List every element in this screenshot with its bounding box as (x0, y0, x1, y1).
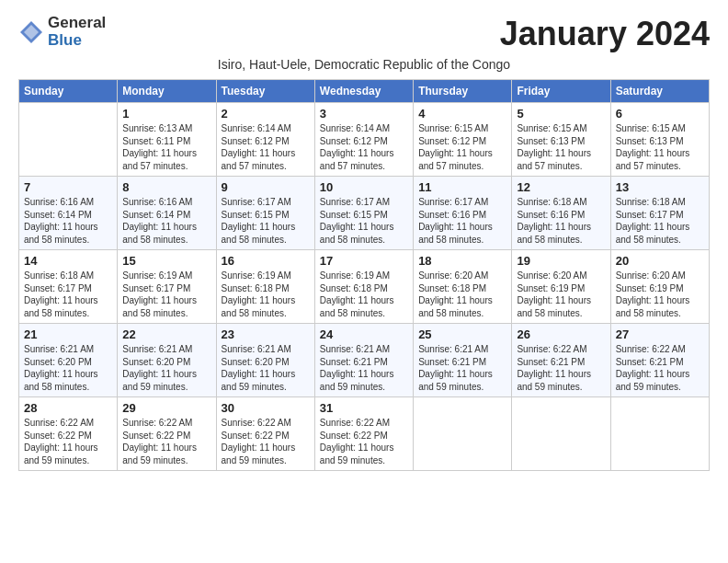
month-title: January 2024 (500, 15, 710, 53)
calendar-cell: 16 Sunrise: 6:19 AMSunset: 6:18 PMDaylig… (216, 250, 314, 324)
header-day-wednesday: Wednesday (314, 80, 413, 103)
calendar-cell: 27 Sunrise: 6:22 AMSunset: 6:21 PMDaylig… (610, 324, 709, 397)
day-number: 25 (418, 327, 506, 341)
header-day-monday: Monday (118, 80, 216, 103)
header-day-sunday: Sunday (19, 80, 118, 103)
calendar-cell: 11 Sunrise: 6:17 AMSunset: 6:16 PMDaylig… (414, 177, 512, 250)
day-number: 17 (320, 254, 408, 268)
cell-info: Sunrise: 6:14 AMSunset: 6:12 PMDaylight:… (320, 123, 394, 171)
calendar-cell: 31 Sunrise: 6:22 AMSunset: 6:22 PMDaylig… (314, 397, 413, 471)
cell-info: Sunrise: 6:20 AMSunset: 6:19 PMDaylight:… (517, 270, 591, 318)
day-number: 11 (418, 180, 506, 194)
calendar-week-row: 28 Sunrise: 6:22 AMSunset: 6:22 PMDaylig… (19, 397, 710, 471)
cell-info: Sunrise: 6:22 AMSunset: 6:22 PMDaylight:… (320, 418, 394, 465)
calendar-cell (610, 397, 709, 471)
logo: General Blue (18, 15, 106, 49)
calendar-cell: 25 Sunrise: 6:21 AMSunset: 6:21 PMDaylig… (414, 324, 512, 397)
calendar-week-row: 21 Sunrise: 6:21 AMSunset: 6:20 PMDaylig… (19, 324, 710, 397)
cell-info: Sunrise: 6:22 AMSunset: 6:21 PMDaylight:… (517, 344, 591, 392)
day-number: 10 (320, 180, 408, 194)
calendar-cell: 14 Sunrise: 6:18 AMSunset: 6:17 PMDaylig… (19, 250, 118, 324)
calendar-cell: 6 Sunrise: 6:15 AMSunset: 6:13 PMDayligh… (610, 103, 709, 177)
calendar-cell: 7 Sunrise: 6:16 AMSunset: 6:14 PMDayligh… (19, 177, 118, 250)
calendar-cell (414, 397, 512, 471)
calendar-cell: 1 Sunrise: 6:13 AMSunset: 6:11 PMDayligh… (118, 103, 216, 177)
calendar-week-row: 7 Sunrise: 6:16 AMSunset: 6:14 PMDayligh… (19, 177, 710, 250)
logo-general-text: General (48, 15, 106, 32)
cell-info: Sunrise: 6:16 AMSunset: 6:14 PMDaylight:… (24, 197, 98, 245)
calendar-cell: 9 Sunrise: 6:17 AMSunset: 6:15 PMDayligh… (216, 177, 314, 250)
header-day-saturday: Saturday (610, 80, 709, 103)
calendar-cell: 8 Sunrise: 6:16 AMSunset: 6:14 PMDayligh… (118, 177, 216, 250)
calendar-cell: 20 Sunrise: 6:20 AMSunset: 6:19 PMDaylig… (610, 250, 709, 324)
day-number: 27 (616, 327, 704, 341)
cell-info: Sunrise: 6:21 AMSunset: 6:20 PMDaylight:… (122, 344, 197, 392)
day-number: 6 (616, 107, 704, 121)
cell-info: Sunrise: 6:15 AMSunset: 6:13 PMDaylight:… (517, 123, 591, 171)
calendar-header-row: SundayMondayTuesdayWednesdayThursdayFrid… (19, 80, 710, 103)
calendar-cell: 15 Sunrise: 6:19 AMSunset: 6:17 PMDaylig… (118, 250, 216, 324)
day-number: 16 (222, 254, 310, 268)
cell-info: Sunrise: 6:19 AMSunset: 6:18 PMDaylight:… (320, 270, 394, 318)
calendar-cell: 5 Sunrise: 6:15 AMSunset: 6:13 PMDayligh… (512, 103, 610, 177)
day-number: 5 (517, 107, 605, 121)
calendar-week-row: 14 Sunrise: 6:18 AMSunset: 6:17 PMDaylig… (19, 250, 710, 324)
calendar-cell: 29 Sunrise: 6:22 AMSunset: 6:22 PMDaylig… (118, 397, 216, 471)
cell-info: Sunrise: 6:21 AMSunset: 6:20 PMDaylight:… (222, 344, 296, 392)
header-day-tuesday: Tuesday (216, 80, 314, 103)
calendar-cell (19, 103, 118, 177)
calendar-cell: 21 Sunrise: 6:21 AMSunset: 6:20 PMDaylig… (19, 324, 118, 397)
calendar-week-row: 1 Sunrise: 6:13 AMSunset: 6:11 PMDayligh… (19, 103, 710, 177)
cell-info: Sunrise: 6:21 AMSunset: 6:21 PMDaylight:… (320, 344, 394, 392)
cell-info: Sunrise: 6:15 AMSunset: 6:12 PMDaylight:… (418, 123, 493, 171)
calendar-cell: 10 Sunrise: 6:17 AMSunset: 6:15 PMDaylig… (314, 177, 413, 250)
cell-info: Sunrise: 6:13 AMSunset: 6:11 PMDaylight:… (122, 123, 197, 171)
calendar-cell: 4 Sunrise: 6:15 AMSunset: 6:12 PMDayligh… (414, 103, 512, 177)
day-number: 31 (320, 401, 408, 415)
cell-info: Sunrise: 6:20 AMSunset: 6:18 PMDaylight:… (418, 270, 493, 318)
cell-info: Sunrise: 6:21 AMSunset: 6:20 PMDaylight:… (24, 344, 98, 392)
day-number: 19 (517, 254, 605, 268)
calendar-cell: 28 Sunrise: 6:22 AMSunset: 6:22 PMDaylig… (19, 397, 118, 471)
cell-info: Sunrise: 6:18 AMSunset: 6:16 PMDaylight:… (517, 197, 591, 245)
day-number: 7 (24, 180, 112, 194)
cell-info: Sunrise: 6:19 AMSunset: 6:18 PMDaylight:… (222, 270, 296, 318)
day-number: 15 (122, 254, 210, 268)
day-number: 12 (517, 180, 605, 194)
day-number: 2 (222, 107, 310, 121)
cell-info: Sunrise: 6:21 AMSunset: 6:21 PMDaylight:… (418, 344, 493, 392)
day-number: 24 (320, 327, 408, 341)
calendar-table: SundayMondayTuesdayWednesdayThursdayFrid… (18, 79, 710, 471)
calendar-cell: 17 Sunrise: 6:19 AMSunset: 6:18 PMDaylig… (314, 250, 413, 324)
day-number: 28 (24, 401, 112, 415)
day-number: 13 (616, 180, 704, 194)
day-number: 30 (222, 401, 310, 415)
cell-info: Sunrise: 6:15 AMSunset: 6:13 PMDaylight:… (616, 123, 690, 171)
calendar-cell: 19 Sunrise: 6:20 AMSunset: 6:19 PMDaylig… (512, 250, 610, 324)
calendar-cell: 3 Sunrise: 6:14 AMSunset: 6:12 PMDayligh… (314, 103, 413, 177)
calendar-cell: 26 Sunrise: 6:22 AMSunset: 6:21 PMDaylig… (512, 324, 610, 397)
calendar-cell (512, 397, 610, 471)
cell-info: Sunrise: 6:14 AMSunset: 6:12 PMDaylight:… (222, 123, 296, 171)
logo-blue-text: Blue (48, 32, 106, 50)
day-number: 4 (418, 107, 506, 121)
cell-info: Sunrise: 6:18 AMSunset: 6:17 PMDaylight:… (616, 197, 690, 245)
calendar-cell: 18 Sunrise: 6:20 AMSunset: 6:18 PMDaylig… (414, 250, 512, 324)
cell-info: Sunrise: 6:22 AMSunset: 6:22 PMDaylight:… (222, 418, 296, 465)
cell-info: Sunrise: 6:20 AMSunset: 6:19 PMDaylight:… (616, 270, 690, 318)
day-number: 21 (24, 327, 112, 341)
day-number: 23 (222, 327, 310, 341)
day-number: 9 (222, 180, 310, 194)
cell-info: Sunrise: 6:17 AMSunset: 6:15 PMDaylight:… (320, 197, 394, 245)
cell-info: Sunrise: 6:17 AMSunset: 6:15 PMDaylight:… (222, 197, 296, 245)
day-number: 8 (122, 180, 210, 194)
cell-info: Sunrise: 6:18 AMSunset: 6:17 PMDaylight:… (24, 270, 98, 318)
calendar-cell: 30 Sunrise: 6:22 AMSunset: 6:22 PMDaylig… (216, 397, 314, 471)
calendar-cell: 24 Sunrise: 6:21 AMSunset: 6:21 PMDaylig… (314, 324, 413, 397)
day-number: 29 (122, 401, 210, 415)
day-number: 18 (418, 254, 506, 268)
calendar-cell: 2 Sunrise: 6:14 AMSunset: 6:12 PMDayligh… (216, 103, 314, 177)
header: General Blue January 2024 (18, 15, 710, 53)
day-number: 14 (24, 254, 112, 268)
cell-info: Sunrise: 6:19 AMSunset: 6:17 PMDaylight:… (122, 270, 197, 318)
